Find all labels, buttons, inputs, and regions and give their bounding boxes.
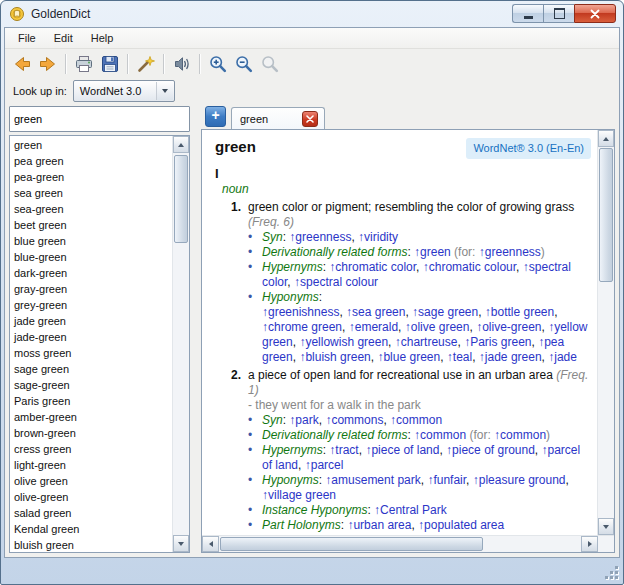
word-list-item[interactable]: beet green — [10, 217, 172, 233]
word-list-item[interactable]: bluish green — [10, 537, 172, 552]
word-list-item[interactable]: Paris green — [10, 393, 172, 409]
menu-file[interactable]: File — [9, 30, 45, 46]
word-link[interactable]: ↑pleasure ground — [473, 473, 566, 487]
word-list-item[interactable]: amber-green — [10, 409, 172, 425]
word-link[interactable]: ↑commons — [325, 413, 383, 427]
word-link[interactable]: ↑sea green — [346, 305, 405, 319]
word-link[interactable]: ↑teal — [447, 350, 472, 364]
tab-green[interactable]: green — [231, 107, 325, 129]
zoom-in-button[interactable] — [205, 51, 231, 77]
word-list-item[interactable]: jade green — [10, 313, 172, 329]
word-link[interactable]: ↑populated area — [418, 518, 504, 532]
word-link[interactable]: ↑common — [390, 413, 442, 427]
word-list-item[interactable]: olive green — [10, 473, 172, 489]
word-link[interactable]: ↑piece of land — [365, 443, 439, 457]
word-list-item[interactable]: Kendal green — [10, 521, 172, 537]
word-link[interactable]: ↑funfair — [427, 473, 466, 487]
word-link[interactable]: ↑spectral colour — [294, 275, 378, 289]
word-list-item[interactable]: moss green — [10, 345, 172, 361]
word-list-item[interactable]: gray-green — [10, 281, 172, 297]
word-list-item[interactable]: pea-green — [10, 169, 172, 185]
title-bar[interactable]: GoldenDict — [1, 1, 623, 27]
scroll-up-button[interactable] — [598, 130, 614, 147]
word-link[interactable]: ↑chromatic color — [329, 260, 416, 274]
menu-help[interactable]: Help — [82, 30, 123, 46]
word-link[interactable]: ↑blue green — [377, 350, 440, 364]
zoom-reset-button[interactable] — [257, 51, 283, 77]
word-link[interactable]: ↑emerald — [349, 320, 398, 334]
tab-close-button[interactable] — [302, 111, 318, 127]
pronounce-button[interactable] — [169, 51, 195, 77]
word-link[interactable]: ↑common — [414, 428, 466, 442]
word-link[interactable]: ↑chartreuse — [395, 335, 458, 349]
menu-edit[interactable]: Edit — [45, 30, 82, 46]
word-list-item[interactable]: sea green — [10, 185, 172, 201]
print-button[interactable] — [71, 51, 97, 77]
scrollbar-thumb[interactable] — [220, 537, 483, 551]
word-list-item[interactable]: green — [10, 137, 172, 153]
save-button[interactable] — [97, 51, 123, 77]
scrollbar-track[interactable] — [173, 153, 189, 535]
word-list-item[interactable]: pea green — [10, 153, 172, 169]
word-link[interactable]: ↑urban area — [347, 518, 411, 532]
forward-button[interactable] — [35, 51, 61, 77]
word-list-item[interactable]: brown-green — [10, 425, 172, 441]
word-link[interactable]: ↑tract — [329, 443, 358, 457]
article-horizontal-scrollbar[interactable] — [202, 535, 614, 552]
word-list-item[interactable]: blue-green — [10, 249, 172, 265]
word-link[interactable]: ↑Paris green — [464, 335, 531, 349]
word-link[interactable]: ↑jade — [548, 350, 577, 364]
dictionary-group-select[interactable]: WordNet 3.0 — [73, 80, 175, 102]
word-list-item[interactable]: sea-green — [10, 201, 172, 217]
scrollbar-track[interactable] — [598, 147, 614, 518]
scroll-left-button[interactable] — [202, 536, 219, 552]
word-link[interactable]: ↑greenness — [479, 245, 541, 259]
word-link[interactable]: ↑piece of ground — [446, 443, 535, 457]
word-list-item[interactable]: light-green — [10, 457, 172, 473]
word-link[interactable]: ↑green — [414, 245, 451, 259]
dictionary-badge[interactable]: WordNet® 3.0 (En-En) — [466, 138, 591, 159]
scroll-down-button[interactable] — [598, 518, 614, 535]
word-link[interactable]: ↑chrome green — [262, 320, 342, 334]
word-link[interactable]: ↑sage green — [412, 305, 478, 319]
article-scrollbar[interactable] — [597, 130, 614, 535]
word-link[interactable]: ↑yellowish green — [299, 335, 388, 349]
word-link[interactable]: ↑olive green — [405, 320, 470, 334]
word-list-item[interactable]: jade-green — [10, 329, 172, 345]
scrollbar-track[interactable] — [219, 536, 581, 552]
zoom-out-button[interactable] — [231, 51, 257, 77]
word-list-item[interactable]: blue green — [10, 233, 172, 249]
scroll-up-button[interactable] — [173, 136, 189, 153]
word-link[interactable]: ↑Central Park — [374, 503, 447, 517]
word-list-item[interactable]: sage green — [10, 361, 172, 377]
word-link[interactable]: ↑bluish green — [299, 350, 370, 364]
scrollbar-thumb[interactable] — [174, 155, 188, 243]
word-list-scrollbar[interactable] — [172, 136, 189, 552]
word-link[interactable]: ↑parcel — [305, 458, 344, 472]
scroll-down-button[interactable] — [173, 535, 189, 552]
word-link[interactable]: ↑village green — [262, 488, 336, 502]
back-button[interactable] — [9, 51, 35, 77]
word-list-item[interactable]: cress green — [10, 441, 172, 457]
word-list-item[interactable]: salad green — [10, 505, 172, 521]
word-list-item[interactable]: dark-green — [10, 265, 172, 281]
word-link[interactable]: ↑amusement park — [325, 473, 420, 487]
add-tab-button[interactable]: + — [205, 106, 226, 127]
minimize-button[interactable] — [512, 4, 543, 23]
close-button[interactable] — [574, 4, 616, 23]
scrollbar-thumb[interactable] — [599, 148, 613, 282]
scan-popup-button[interactable] — [133, 51, 159, 77]
word-list-item[interactable]: olive-green — [10, 489, 172, 505]
splitter[interactable] — [195, 106, 196, 553]
search-input[interactable] — [9, 106, 190, 132]
word-link[interactable]: ↑olive-green — [476, 320, 541, 334]
word-link[interactable]: ↑common — [494, 428, 546, 442]
word-link[interactable]: ↑greenishness — [262, 305, 339, 319]
word-link[interactable]: ↑park — [289, 413, 318, 427]
word-link[interactable]: ↑viridity — [358, 230, 398, 244]
resize-grip[interactable] — [604, 565, 619, 580]
word-link[interactable]: ↑jade green — [479, 350, 542, 364]
scroll-right-button[interactable] — [581, 536, 598, 552]
word-link[interactable]: ↑bottle green — [485, 305, 554, 319]
word-link[interactable]: ↑greenness — [289, 230, 351, 244]
